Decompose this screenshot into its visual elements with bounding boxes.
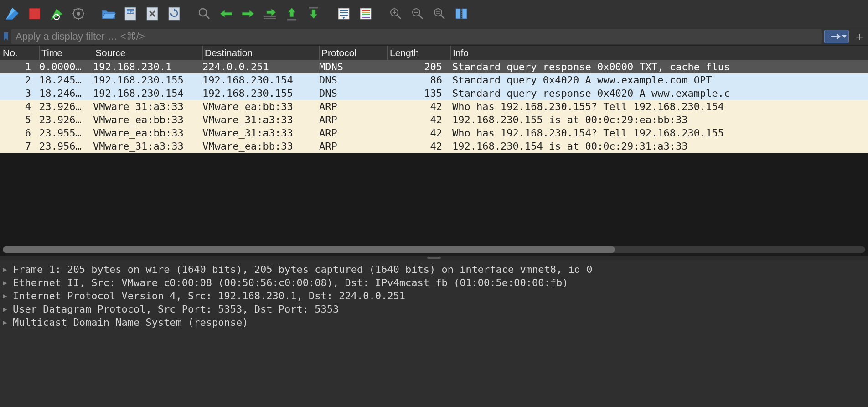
zoom-reset-icon[interactable] — [429, 4, 450, 24]
main-toolbar: 0110 — [0, 0, 868, 27]
cell-protocol: MDNS — [319, 61, 388, 73]
display-filter-input[interactable] — [11, 29, 822, 44]
cell-dest: VMware_ea:bb:33 — [202, 141, 319, 152]
cell-dest: 192.168.230.154 — [202, 74, 319, 86]
cell-dest: VMware_31:a3:33 — [202, 114, 319, 125]
cell-source: 192.168.230.1 — [93, 61, 202, 73]
svg-line-11 — [74, 17, 75, 18]
packet-details-pane: ▶Frame 1: 205 bytes on wire (1640 bits),… — [0, 260, 868, 407]
apply-filter-button[interactable] — [824, 30, 849, 43]
expand-caret-icon[interactable]: ▶ — [3, 265, 13, 274]
details-text: Multicast Domain Name System (response) — [13, 317, 248, 328]
details-text: Frame 1: 205 bytes on wire (1640 bits), … — [13, 264, 593, 275]
svg-point-17 — [199, 9, 207, 16]
next-icon[interactable] — [238, 4, 258, 24]
cell-source: 192.168.230.154 — [93, 88, 202, 99]
last-icon[interactable] — [304, 4, 324, 24]
add-filter-button[interactable]: + — [852, 30, 866, 43]
col-header-source[interactable]: Source — [93, 46, 202, 60]
col-header-destination[interactable]: Destination — [202, 46, 319, 60]
zoom-in-icon[interactable] — [386, 4, 406, 24]
colorize-icon[interactable] — [356, 4, 376, 24]
col-header-info[interactable]: Info — [450, 46, 868, 60]
col-header-length[interactable]: Length — [388, 46, 450, 60]
cell-protocol: DNS — [319, 74, 388, 86]
autoscroll-icon[interactable] — [334, 4, 354, 24]
pane-splitter[interactable] — [0, 256, 868, 260]
cell-time: 23.955… — [39, 127, 93, 139]
expand-caret-icon[interactable]: ▶ — [3, 318, 13, 327]
packet-list-pane: 10.0000…192.168.230.1224.0.0.251MDNS205S… — [0, 60, 868, 256]
options-icon[interactable] — [68, 4, 88, 24]
resize-cols-icon[interactable] — [451, 4, 471, 24]
col-header-protocol[interactable]: Protocol — [319, 46, 388, 60]
cell-source: VMware_31:a3:33 — [93, 141, 202, 152]
cell-length: 205 — [388, 61, 450, 73]
svg-line-34 — [397, 15, 401, 19]
cell-source: VMware_ea:bb:33 — [93, 114, 202, 125]
bookmark-icon[interactable] — [2, 30, 10, 43]
details-tree-item[interactable]: ▶Multicast Domain Name System (response) — [0, 316, 868, 329]
cell-info: 192.168.230.154 is at 00:0c:29:31:a3:33 — [450, 141, 868, 152]
cell-dest: 192.168.230.155 — [202, 88, 319, 99]
expand-caret-icon[interactable]: ▶ — [3, 278, 13, 287]
cell-length: 86 — [388, 74, 450, 86]
prev-icon[interactable] — [216, 4, 236, 24]
horizontal-scrollbar-thumb[interactable] — [3, 246, 615, 253]
cell-dest: 224.0.0.251 — [202, 61, 319, 73]
cell-dest: VMware_ea:bb:33 — [202, 101, 319, 112]
cell-no: 5 — [0, 114, 39, 125]
svg-line-9 — [82, 17, 83, 18]
cell-info: Standard query response 0x0000 TXT, cach… — [450, 61, 868, 73]
reload-icon[interactable] — [164, 4, 184, 24]
zoom-out-icon[interactable] — [408, 4, 428, 24]
fin-icon[interactable] — [3, 4, 23, 24]
svg-rect-45 — [462, 9, 467, 19]
packet-list-header: No. Time Source Destination Protocol Len… — [0, 46, 868, 60]
packet-row[interactable]: 623.955…VMware_ea:bb:33VMware_31:a3:33AR… — [0, 126, 868, 140]
restart-icon[interactable] — [46, 4, 67, 24]
jump-icon[interactable] — [260, 4, 280, 24]
cell-time: 23.926… — [39, 101, 93, 112]
col-header-time[interactable]: Time — [39, 46, 93, 60]
find-icon[interactable] — [194, 4, 214, 24]
open-folder-icon[interactable] — [98, 4, 119, 24]
cell-no: 1 — [0, 61, 39, 73]
details-tree-item[interactable]: ▶Ethernet II, Src: VMware_c0:00:08 (00:5… — [0, 276, 868, 289]
cell-no: 6 — [0, 127, 39, 139]
packet-row[interactable]: 318.246…192.168.230.154192.168.230.155DN… — [0, 87, 868, 100]
col-header-no[interactable]: No. — [0, 46, 39, 60]
cell-protocol: ARP — [319, 141, 388, 152]
cell-length: 42 — [388, 114, 450, 125]
svg-text:0110: 0110 — [127, 10, 134, 13]
svg-rect-0 — [29, 8, 40, 19]
packet-row[interactable]: 423.926…VMware_31:a3:33VMware_ea:bb:33AR… — [0, 100, 868, 113]
cell-protocol: ARP — [319, 114, 388, 125]
packet-row[interactable]: 723.956…VMware_31:a3:33VMware_ea:bb:33AR… — [0, 140, 868, 153]
cell-time: 23.926… — [39, 114, 93, 125]
details-tree-item[interactable]: ▶Internet Protocol Version 4, Src: 192.1… — [0, 289, 868, 303]
horizontal-scrollbar[interactable] — [3, 246, 865, 253]
details-tree-item[interactable]: ▶User Datagram Protocol, Src Port: 5353,… — [0, 303, 868, 316]
svg-line-38 — [419, 15, 423, 19]
cell-info: Standard query response 0x4020 A www.exa… — [450, 88, 868, 99]
cell-info: Who has 192.168.230.154? Tell 192.168.23… — [450, 127, 868, 139]
packet-row[interactable]: 10.0000…192.168.230.1224.0.0.251MDNS205S… — [0, 60, 868, 73]
cell-source: VMware_ea:bb:33 — [93, 127, 202, 139]
save-icon[interactable]: 0110 — [120, 4, 140, 24]
packet-row[interactable]: 523.926…VMware_ea:bb:33VMware_31:a3:33AR… — [0, 113, 868, 126]
packet-row[interactable]: 218.245…192.168.230.155192.168.230.154DN… — [0, 73, 868, 87]
details-tree-item[interactable]: ▶Frame 1: 205 bytes on wire (1640 bits),… — [0, 263, 868, 276]
stop-icon[interactable] — [25, 4, 45, 24]
cell-length: 42 — [388, 141, 450, 152]
cell-length: 135 — [388, 88, 450, 99]
cell-length: 42 — [388, 127, 450, 139]
svg-point-3 — [77, 12, 80, 16]
close-file-icon[interactable] — [142, 4, 162, 24]
cell-no: 7 — [0, 141, 39, 152]
first-icon[interactable] — [282, 4, 302, 24]
expand-caret-icon[interactable]: ▶ — [3, 292, 13, 300]
expand-caret-icon[interactable]: ▶ — [3, 305, 13, 313]
svg-line-41 — [441, 15, 444, 19]
cell-source: 192.168.230.155 — [93, 74, 202, 86]
